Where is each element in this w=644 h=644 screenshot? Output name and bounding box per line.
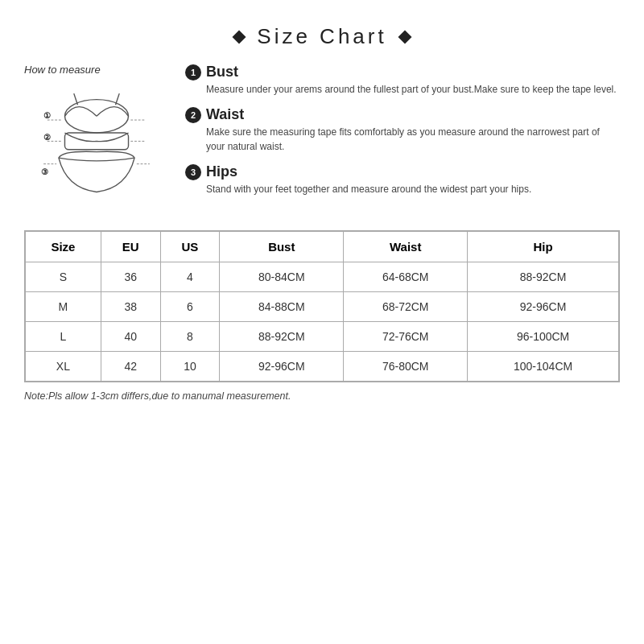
table-header-cell: US	[160, 232, 220, 262]
svg-text:①: ①	[43, 111, 51, 120]
waist-heading: Waist	[206, 106, 244, 123]
table-header-cell: EU	[101, 232, 160, 262]
table-cell: 92-96CM	[468, 292, 619, 322]
body-diagram: ① ② ③	[36, 82, 157, 211]
hips-num: 3	[185, 164, 201, 180]
table-header-cell: Bust	[220, 232, 344, 262]
measure-item-bust: 1 Bust Measure under your arems around t…	[185, 64, 620, 97]
measure-left: How to measure ①	[24, 64, 169, 211]
hips-header: 3 Hips	[185, 163, 620, 180]
table-row: S36480-84CM64-68CM88-92CM	[26, 262, 619, 292]
waist-num: 2	[185, 107, 201, 123]
table-cell: 38	[101, 292, 160, 322]
table-cell: 92-96CM	[220, 352, 344, 382]
table-cell: 8	[160, 322, 220, 352]
svg-text:③: ③	[41, 167, 48, 176]
table-cell: 36	[101, 262, 160, 292]
bust-num: 1	[185, 64, 201, 80]
diamond-right-icon	[398, 30, 411, 43]
table-cell: 100-104CM	[468, 352, 619, 382]
table-row: XL421092-96CM76-80CM100-104CM	[26, 352, 619, 382]
table-cell: L	[26, 322, 101, 352]
waist-header: 2 Waist	[185, 106, 620, 123]
table-cell: 96-100CM	[468, 322, 619, 352]
measure-item-hips: 3 Hips Stand with your feet together and…	[185, 163, 620, 196]
table-cell: XL	[26, 352, 101, 382]
table-row: M38684-88CM68-72CM92-96CM	[26, 292, 619, 322]
table-body: S36480-84CM64-68CM88-92CMM38684-88CM68-7…	[26, 262, 619, 382]
table-cell: S	[26, 262, 101, 292]
table-cell: 84-88CM	[220, 292, 344, 322]
table-header-cell: Size	[26, 232, 101, 262]
bust-heading: Bust	[206, 64, 238, 80]
diamond-left-icon	[233, 30, 246, 43]
table-cell: 80-84CM	[220, 262, 344, 292]
svg-text:②: ②	[43, 133, 51, 142]
table-cell: 6	[160, 292, 220, 322]
table-header-cell: Waist	[344, 232, 468, 262]
table-cell: 76-80CM	[344, 352, 468, 382]
table-cell: 64-68CM	[344, 262, 468, 292]
measure-label: How to measure	[24, 64, 101, 76]
page: Size Chart How to measure ①	[0, 0, 644, 644]
table-header-cell: Hip	[468, 232, 619, 262]
table-row: L40888-92CM72-76CM96-100CM	[26, 322, 619, 352]
bust-desc: Measure under your arems around the full…	[185, 82, 620, 97]
hips-heading: Hips	[206, 163, 237, 180]
table-cell: 72-76CM	[344, 322, 468, 352]
table-header-row: SizeEUUSBustWaistHip	[26, 232, 619, 262]
table-cell: 42	[101, 352, 160, 382]
table-head: SizeEUUSBustWaistHip	[26, 232, 619, 262]
note-text: Note:Pls allow 1-3cm differs,due to manu…	[24, 390, 620, 402]
size-table-wrapper: SizeEUUSBustWaistHip S36480-84CM64-68CM8…	[24, 230, 620, 382]
measure-section: How to measure ①	[24, 64, 620, 211]
table-cell: 88-92CM	[220, 322, 344, 352]
table-cell: M	[26, 292, 101, 322]
measure-right: 1 Bust Measure under your arems around t…	[185, 64, 620, 196]
measure-item-waist: 2 Waist Make sure the measuring tape fit…	[185, 106, 620, 154]
table-cell: 10	[160, 352, 220, 382]
page-title: Size Chart	[257, 24, 386, 49]
table-cell: 40	[101, 322, 160, 352]
size-table: SizeEUUSBustWaistHip S36480-84CM64-68CM8…	[25, 231, 619, 382]
table-cell: 4	[160, 262, 220, 292]
waist-desc: Make sure the measuring tape fits comfor…	[185, 125, 620, 154]
hips-desc: Stand with your feet together and measur…	[185, 182, 620, 196]
bust-header: 1 Bust	[185, 64, 620, 80]
table-cell: 68-72CM	[344, 292, 468, 322]
table-cell: 88-92CM	[468, 262, 619, 292]
title-row: Size Chart	[24, 24, 620, 49]
